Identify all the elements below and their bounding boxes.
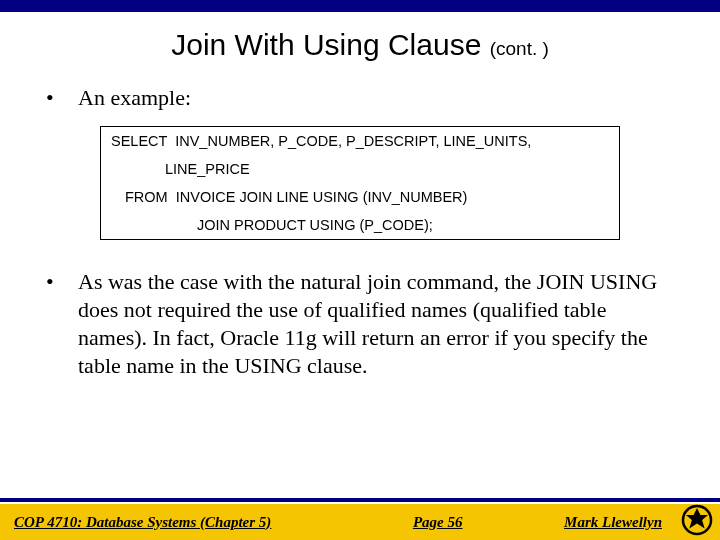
top-accent-bar	[0, 0, 720, 12]
slide-title: Join With Using Clause (cont. )	[40, 28, 680, 62]
spacer	[40, 240, 680, 268]
sql-code-box: SELECT INV_NUMBER, P_CODE, P_DESCRIPT, L…	[100, 126, 620, 240]
sql-line: SELECT INV_NUMBER, P_CODE, P_DESCRIPT, L…	[101, 127, 619, 155]
sql-line: LINE_PRICE	[101, 155, 619, 183]
bullet-text: As was the case with the natural join co…	[78, 268, 680, 380]
ucf-logo-icon	[680, 503, 714, 537]
title-main: Join With Using Clause	[171, 28, 489, 61]
slide-body: Join With Using Clause (cont. ) • An exa…	[0, 12, 720, 380]
footer-course: COP 4710: Database Systems (Chapter 5)	[14, 514, 271, 531]
footer-bar: COP 4710: Database Systems (Chapter 5) P…	[0, 504, 720, 540]
footer-accent-line	[0, 498, 720, 502]
footer-author: Mark Llewellyn	[564, 514, 662, 531]
bullet-marker: •	[40, 268, 78, 380]
title-cont: (cont. )	[490, 38, 549, 59]
sql-line: FROM INVOICE JOIN LINE USING (INV_NUMBER…	[101, 183, 619, 211]
footer-page: Page 56	[271, 514, 564, 531]
bullet-item: • As was the case with the natural join …	[40, 268, 680, 380]
bullet-marker: •	[40, 84, 78, 112]
bullet-text: An example:	[78, 84, 680, 112]
sql-line: JOIN PRODUCT USING (P_CODE);	[101, 211, 619, 239]
bullet-item: • An example:	[40, 84, 680, 112]
